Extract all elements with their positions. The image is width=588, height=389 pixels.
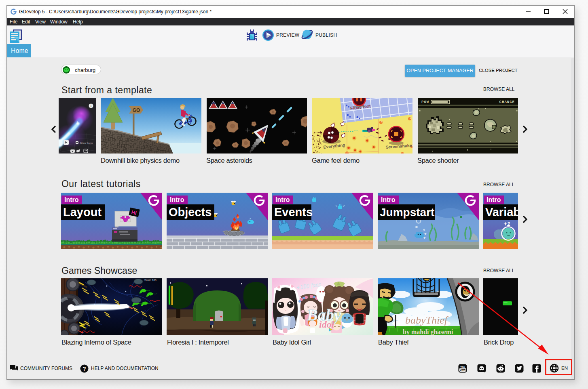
svg-text:idol: idol: [319, 319, 334, 330]
svg-text:babyThief: babyThief: [405, 314, 449, 326]
svg-text:Tube: Tube: [460, 369, 465, 371]
svg-text:Intro: Intro: [381, 196, 396, 203]
svg-text:Show frame: Show frame: [80, 142, 93, 144]
svg-text:Score 100: Score 100: [144, 279, 157, 282]
svg-text:+1: +1: [503, 220, 510, 227]
svg-text:Intro: Intro: [275, 196, 290, 203]
svg-text:You: You: [460, 366, 465, 368]
svg-text:i: i: [91, 104, 91, 108]
svg-text:CHANGE: CHANGE: [499, 100, 515, 104]
svg-text:Jumpstart: Jumpstart: [380, 206, 434, 219]
svg-text:Intro: Intro: [486, 196, 501, 203]
svg-text:by mahdi ghasemi: by mahdi ghasemi: [403, 328, 453, 335]
svg-text:Objects: Objects: [169, 206, 212, 219]
svg-text:GO: GO: [133, 107, 140, 113]
svg-text:Layout: Layout: [63, 206, 102, 219]
svg-text:Intro: Intro: [170, 196, 184, 203]
svg-text:Intro: Intro: [64, 196, 79, 203]
svg-text:Events: Events: [274, 206, 313, 219]
svg-text:POW: POW: [421, 100, 429, 104]
svg-text:?: ?: [82, 366, 86, 372]
svg-text:Variab: Variab: [485, 206, 518, 219]
